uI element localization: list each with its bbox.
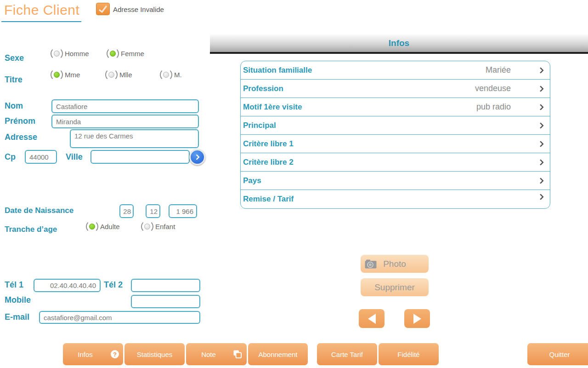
radio-mlle-label: Mlle	[119, 71, 132, 79]
radio-mlle[interactable]: Mlle	[105, 69, 132, 81]
chevron-right-icon	[537, 104, 544, 110]
adresse-input[interactable]: 12 rue des Carmes	[70, 129, 199, 148]
city-lookup-button[interactable]	[189, 149, 205, 165]
info-row-label: Profession	[243, 84, 475, 93]
title-underline	[1, 21, 81, 22]
radio-adulte[interactable]: Adulte	[86, 220, 120, 233]
mobile-label: Mobile	[5, 295, 31, 305]
chevron-right-icon	[537, 85, 544, 92]
toolbar-note-label: Note	[201, 351, 216, 358]
cp-input[interactable]	[25, 150, 57, 164]
toolbar-infos-label: Infos	[78, 351, 93, 358]
toolbar-abonnement-label: Abonnement	[258, 351, 297, 358]
email-input[interactable]	[39, 311, 200, 324]
tel1-input[interactable]	[34, 279, 101, 292]
chevron-right-icon	[537, 140, 544, 147]
info-row-profession[interactable]: Profession vendeuse	[241, 80, 550, 98]
naissance-label: Date de Naissance	[5, 206, 74, 215]
birth-day-input[interactable]	[119, 204, 134, 218]
help-icon: ?	[111, 350, 119, 358]
camera-icon	[365, 259, 377, 269]
info-row-critere-libre-2[interactable]: Critère libre 2	[241, 153, 550, 172]
toolbar-carte-tarif-button[interactable]: Carte Tarif	[317, 343, 377, 365]
info-row-value: vendeuse	[475, 84, 511, 93]
radio-enfant[interactable]: Enfant	[141, 220, 175, 233]
prenom-label: Prénom	[5, 116, 35, 126]
info-row-pays[interactable]: Pays	[241, 172, 550, 190]
tranche-label: Tranche d’age	[5, 225, 57, 234]
info-row-principal[interactable]: Principal	[241, 116, 550, 135]
radio-ring-icon	[107, 47, 119, 60]
ville-label: Ville	[66, 152, 83, 162]
chevron-right-icon	[537, 194, 544, 200]
info-row-label: Pays	[243, 176, 511, 185]
toolbar-infos-button[interactable]: Infos ?	[63, 343, 123, 365]
infos-panel-header: Infos	[210, 34, 588, 54]
info-row-value: Mariée	[486, 65, 511, 75]
toolbar-note-button[interactable]: Note	[186, 343, 247, 365]
info-row-remise-tarif[interactable]: Remise / Tarif	[241, 190, 550, 208]
infos-list: Situation familialle Mariée Profession v…	[240, 61, 550, 209]
toolbar-fidelite-button[interactable]: Fidélité	[379, 343, 439, 365]
radio-homme-label: Homme	[65, 50, 89, 58]
ville-input[interactable]	[90, 150, 190, 164]
toolbar-carte-tarif-label: Carte Tarif	[331, 351, 363, 358]
photo-button[interactable]: Photo	[361, 255, 429, 273]
radio-enfant-label: Enfant	[155, 223, 175, 230]
infos-panel-title: Infos	[389, 38, 409, 48]
toolbar-quitter-label: Quitter	[549, 351, 570, 358]
titre-label: Titre	[5, 75, 23, 85]
chevron-right-icon	[537, 122, 544, 128]
radio-adulte-label: Adulte	[100, 223, 120, 230]
radio-m[interactable]: M.	[160, 69, 182, 81]
chevron-right-icon	[537, 67, 544, 73]
chevron-right-icon	[537, 159, 544, 165]
sexe-label: Sexe	[5, 53, 24, 63]
radio-ring-icon	[160, 69, 172, 81]
birth-year-input[interactable]	[169, 204, 197, 218]
radio-ring-icon	[105, 69, 118, 81]
prenom-input[interactable]	[51, 115, 199, 128]
info-row-critere-libre-1[interactable]: Critère libre 1	[241, 135, 550, 153]
copy-icon	[233, 350, 242, 359]
radio-m-label: M.	[174, 71, 182, 79]
radio-femme-label: Femme	[121, 50, 144, 58]
chevron-right-icon	[537, 177, 544, 184]
info-row-label: Principal	[243, 121, 511, 130]
info-row-motif-1ere-visite[interactable]: Motif 1ère visite pub radio	[241, 98, 550, 116]
info-row-label: Critère libre 2	[243, 158, 511, 167]
toolbar-abonnement-button[interactable]: Abonnement	[248, 343, 308, 365]
radio-femme[interactable]: Femme	[107, 47, 144, 60]
nom-input[interactable]	[51, 99, 199, 113]
radio-homme[interactable]: Homme	[51, 47, 89, 60]
tel2-label: Tél 2	[104, 280, 123, 290]
radio-mme-label: Mme	[65, 71, 80, 79]
info-row-label: Situation familialle	[243, 66, 486, 75]
cp-label: Cp	[5, 152, 16, 162]
radio-ring-icon	[86, 220, 98, 233]
toolbar-quitter-button[interactable]: Quitter	[527, 343, 588, 365]
toolbar-statistiques-button[interactable]: Statistiques	[124, 343, 185, 365]
check-icon	[98, 5, 108, 14]
prev-button[interactable]	[359, 309, 384, 328]
birth-month-input[interactable]	[146, 204, 160, 218]
supprimer-button[interactable]: Supprimer	[361, 278, 429, 296]
arrow-left-icon	[368, 314, 376, 324]
radio-ring-icon	[51, 69, 63, 81]
tel1-label: Tél 1	[5, 280, 23, 290]
address-invalid-label: Adresse Invalide	[113, 6, 164, 13]
chevron-right-icon	[194, 154, 200, 160]
mobile-input[interactable]	[131, 295, 200, 308]
radio-mme[interactable]: Mme	[51, 69, 80, 81]
info-row-situation-familialle[interactable]: Situation familialle Mariée	[241, 61, 550, 80]
toolbar-statistiques-label: Statistiques	[137, 351, 173, 358]
radio-ring-icon	[141, 220, 153, 233]
info-row-label: Critère libre 1	[243, 139, 511, 149]
supprimer-button-label: Supprimer	[374, 282, 415, 293]
nom-label: Nom	[5, 101, 23, 111]
address-invalid-checkbox[interactable]	[96, 3, 110, 15]
next-button[interactable]	[404, 309, 430, 328]
email-label: E-mail	[5, 312, 29, 322]
tel2-input[interactable]	[131, 279, 200, 292]
info-row-label: Motif 1ère visite	[243, 103, 476, 112]
